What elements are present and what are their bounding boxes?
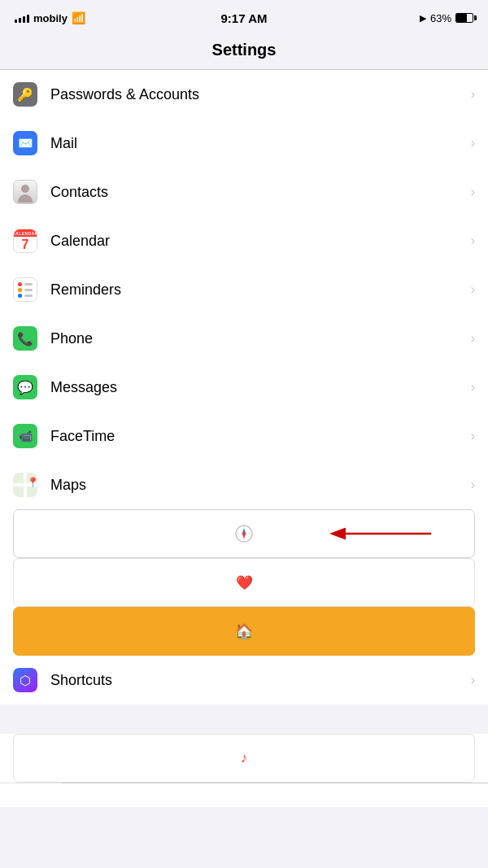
chevron-icon: › — [471, 331, 475, 346]
settings-item-contacts[interactable]: Contacts › — [0, 168, 488, 216]
maps-label: Maps — [50, 477, 471, 494]
signal-bars-icon — [15, 13, 29, 23]
messages-icon: 💬 — [13, 375, 37, 399]
home-icon: 🏠 — [13, 607, 475, 656]
passwords-label: Passwords & Accounts — [50, 86, 471, 103]
chevron-icon: › — [471, 136, 475, 150]
location-icon: ▶ — [420, 13, 426, 24]
carrier-label: mobily — [33, 12, 68, 24]
settings-item-maps[interactable]: 📍 Maps › — [0, 460, 488, 509]
reminders-icon — [13, 277, 37, 302]
chevron-icon: › — [471, 673, 475, 687]
page-header: Settings — [0, 36, 488, 69]
status-right: ▶ 63% — [420, 12, 473, 24]
settings-list: 🔑 Passwords & Accounts › ✉️ Mail › Conta… — [0, 70, 488, 704]
reminders-label: Reminders — [50, 281, 471, 299]
contacts-icon — [13, 180, 37, 204]
maps-icon: 📍 — [13, 473, 37, 497]
mail-icon: ✉️ — [13, 131, 37, 155]
safari-icon — [13, 509, 475, 558]
shortcuts-icon: ⬡ — [13, 668, 37, 692]
status-time: 9:17 AM — [221, 11, 268, 25]
messages-label: Messages — [50, 379, 471, 396]
section-gap — [0, 704, 488, 734]
facetime-label: FaceTime — [50, 428, 471, 445]
settings-item-home[interactable]: 🏠 Home › — [0, 607, 488, 656]
wifi-icon: ‪📶 — [72, 11, 85, 24]
chevron-icon: › — [471, 282, 475, 297]
phone-label: Phone — [50, 330, 471, 347]
status-left: mobily ‪📶 — [15, 11, 85, 24]
chevron-icon: › — [471, 233, 475, 248]
settings-item-phone[interactable]: 📞 Phone › — [0, 314, 488, 363]
chevron-icon: › — [471, 478, 475, 492]
contacts-label: Contacts — [50, 184, 471, 201]
battery-icon — [455, 13, 473, 23]
settings-item-calendar[interactable]: CALENDAR 7 Calendar › — [0, 216, 488, 265]
mail-label: Mail — [50, 135, 471, 152]
settings-item-health[interactable]: ❤️ Health › — [0, 558, 488, 607]
settings-item-shortcuts[interactable]: ⬡ Shortcuts › — [0, 656, 488, 704]
music-icon: ♪ — [13, 734, 475, 783]
status-bar: mobily ‪📶 9:17 AM ▶ 63% — [0, 0, 488, 36]
phone-icon: 📞 — [13, 326, 37, 351]
partial-next-item — [0, 783, 488, 807]
battery-percent: 63% — [430, 12, 451, 24]
settings-item-reminders[interactable]: Reminders › — [0, 265, 488, 314]
health-icon: ❤️ — [13, 558, 475, 607]
chevron-icon: › — [471, 185, 475, 199]
calendar-label: Calendar — [50, 233, 471, 250]
chevron-icon: › — [471, 380, 475, 395]
facetime-icon: 📹 — [13, 424, 37, 448]
settings-item-facetime[interactable]: 📹 FaceTime › — [0, 412, 488, 460]
calendar-icon: CALENDAR 7 — [13, 229, 37, 253]
page-title: Settings — [0, 41, 488, 59]
settings-item-safari[interactable]: Safari › — [0, 509, 488, 558]
settings-item-messages[interactable]: 💬 Messages › — [0, 363, 488, 412]
settings-item-mail[interactable]: ✉️ Mail › — [0, 119, 488, 168]
passwords-icon: 🔑 — [13, 82, 37, 107]
shortcuts-label: Shortcuts — [50, 672, 471, 689]
second-section: ♪ Music › — [0, 734, 488, 807]
settings-item-passwords[interactable]: 🔑 Passwords & Accounts › — [0, 70, 488, 119]
chevron-icon: › — [471, 429, 475, 443]
settings-item-music[interactable]: ♪ Music › — [0, 734, 488, 783]
chevron-icon: › — [471, 87, 475, 102]
